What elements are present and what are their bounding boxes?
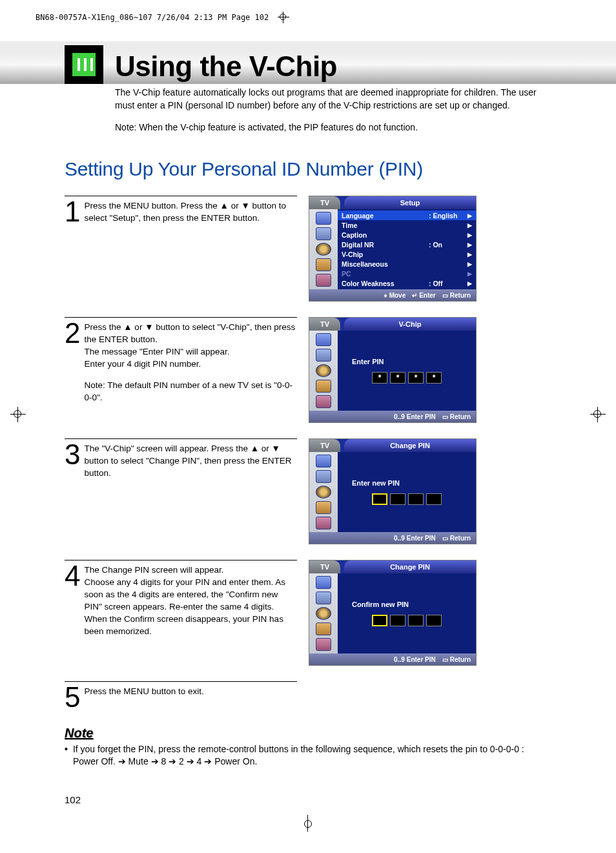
osd-item-caption[interactable]: Caption▶ [338,230,476,240]
pin-digit[interactable] [372,615,387,626]
osd-change-pin-new: TV Change PIN Enter new PIN [309,438,477,544]
chevron-right-icon: ▶ [467,271,472,277]
pin-input[interactable] [372,493,442,505]
step-row: 5 Press the MENU button to exit. [65,681,551,710]
step-body: Press the MENU button to exit. [84,684,297,698]
chevron-right-icon: ▶ [467,212,472,219]
osd-tab: TV [309,196,340,209]
osd-title: Change PIN [344,439,476,452]
osd-title: V-Chip [344,318,476,331]
osd-title: Setup [344,196,476,209]
registration-mark-icon [303,818,313,828]
hint-enter: Enter [419,292,436,299]
intro-paragraph: The V-Chip feature automatically locks o… [115,87,551,112]
osd-center-panel: Confirm new PIN [338,573,476,653]
step-text: Press the ▲ or ▼ button to select "V-Chi… [84,322,295,344]
osd-category-icon [316,227,331,240]
osd-icon-strip [309,331,338,411]
osd-hint-bar: 0..9Enter PIN ▭Return [309,532,476,544]
pin-digit[interactable] [390,615,406,626]
osd-category-icon [316,274,331,287]
step-number: 3 [65,442,80,468]
pin-digit[interactable] [426,615,442,626]
registration-mark-icon [590,407,606,422]
hint-return: Return [450,413,471,420]
bullet-icon: • [65,743,68,768]
note-heading: Note [65,726,551,741]
pin-digit[interactable] [390,493,406,505]
page-number: 102 [65,794,551,805]
pin-digit[interactable] [372,493,387,505]
osd-tab: TV [309,560,340,573]
pin-input[interactable]: * * * * [372,372,442,384]
chevron-right-icon: ▶ [467,222,472,229]
step-row: 4 The Change PIN screen will appear. Cho… [65,560,551,666]
hint-return: Return [450,535,471,542]
enter-pin-label: Enter PIN [338,358,384,365]
step-note: Note: The default PIN number of a new TV… [84,380,297,404]
confirm-new-pin-label: Confirm new PIN [338,601,409,608]
hint-enterpin: Enter PIN [407,535,436,542]
step-text: Press the MENU button to exit. [84,686,297,698]
osd-category-icon [316,243,331,256]
enter-icon: ↵ [412,292,417,299]
osd-category-icon [316,258,331,271]
osd-hint-bar: ♦Move ↵Enter ▭Return [309,289,476,301]
pin-digit[interactable]: * [390,372,406,384]
step-body: The Change PIN screen will appear. Choos… [84,563,297,637]
page-title: Using the V-Chip [115,45,551,83]
chevron-right-icon: ▶ [467,251,472,258]
step-text: The message "Enter PIN" will appear. [84,347,229,356]
step-row: 3 The "V-Chip" screen will appear. Press… [65,438,551,544]
osd-icon-strip [309,209,338,289]
enter-new-pin-label: Enter new PIN [338,479,400,487]
osd-setup-menu: TV Setup Language: English▶ [309,196,477,302]
osd-item-pc: PC▶ [338,269,476,278]
hint-return: Return [450,656,471,663]
osd-item-digital-nr[interactable]: Digital NR: On▶ [338,240,476,249]
print-header: BN68-00757A-X1Eng_086~107 7/26/04 2:13 P… [0,0,616,23]
osd-icon-strip [309,573,338,653]
pin-digit[interactable]: * [408,372,424,384]
step-text: Press the MENU button. Press the ▲ or ▼ … [84,200,297,225]
step-text: Choose any 4 digits for your PIN and ent… [84,577,285,636]
step-row: 2 Press the ▲ or ▼ button to select "V-C… [65,317,551,423]
step-text: The Change PIN screen will appear. [84,565,223,575]
pin-digit[interactable] [426,493,442,505]
hint-enterpin: Enter PIN [407,656,436,663]
step-number: 2 [65,320,80,346]
osd-menu-list: Language: English▶ Time▶ Caption▶ Digita… [338,209,476,289]
pin-digit[interactable]: * [372,372,387,384]
osd-tab: TV [309,318,340,331]
osd-item-color-weakness[interactable]: Color Weakness: Off▶ [338,278,476,288]
hint-return: Return [450,292,471,299]
menu-icon: ▭ [442,535,448,542]
note-body: If you forget the PIN, press the remote-… [73,743,551,768]
registration-mark-icon [10,407,26,422]
osd-item-language[interactable]: Language: English▶ [338,211,476,220]
pin-digit[interactable]: * [426,372,442,384]
pin-input[interactable] [372,615,442,626]
osd-title: Change PIN [344,560,476,573]
section-heading: Setting Up Your Personal ID Number (PIN) [65,158,551,180]
step-body: Press the ▲ or ▼ button to select "V-Chi… [84,320,297,404]
osd-hint-bar: 0..9Enter PIN ▭Return [309,653,476,665]
osd-tab: TV [309,439,340,452]
osd-item-vchip[interactable]: V-Chip▶ [338,249,476,259]
hint-enterpin: Enter PIN [407,413,436,420]
chevron-right-icon: ▶ [467,261,472,267]
step-number: 4 [65,563,80,589]
number-keys-icon: 0..9 [394,413,405,420]
step-text: The "V-Chip" screen will appear. Press t… [84,443,297,480]
pin-digit[interactable] [408,615,424,626]
number-keys-icon: 0..9 [394,656,405,663]
osd-item-time[interactable]: Time▶ [338,220,476,230]
osd-center-panel: Enter PIN * * * * [338,331,476,411]
number-keys-icon: 0..9 [394,535,405,542]
registration-mark-icon [278,12,289,23]
print-header-text: BN68-00757A-X1Eng_086~107 7/26/04 2:13 P… [36,13,269,22]
pin-digit[interactable] [408,493,424,505]
osd-item-misc[interactable]: Miscellaneous▶ [338,259,476,269]
osd-category-icon [316,212,331,225]
menu-icon: ▭ [442,413,448,420]
